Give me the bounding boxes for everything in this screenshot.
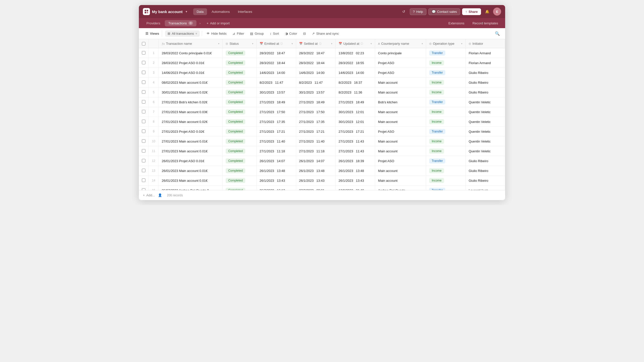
status-cell: Completed [223, 127, 257, 137]
emitted-at-cell: 8/2/2023 11:47 [256, 78, 296, 87]
table-row[interactable]: 14 26/01/2023 Main account 0.01€ Complet… [139, 176, 505, 186]
row-checkbox[interactable] [142, 149, 145, 153]
table-row[interactable]: 8 27/01/2023 Main account 0.02€ Complete… [139, 117, 505, 127]
sub-tab-providers[interactable]: Providers [143, 20, 164, 26]
counterparty-cell: Projet ASO [375, 127, 426, 137]
contact-sales-button[interactable]: 💬 Contact sales [428, 8, 460, 15]
table-header-row: ƒx Transaction name ▾ ◎ Status ▾ [139, 39, 505, 48]
row-number: 5 [149, 87, 159, 97]
row-checkbox[interactable] [142, 188, 145, 190]
sort-icon: ↕ [270, 32, 272, 35]
row-checkbox[interactable] [142, 61, 145, 64]
table-row[interactable]: 12 26/01/2023 Projet ASO 0.01€ Completed… [139, 156, 505, 166]
row-checkbox[interactable] [142, 129, 145, 133]
table-row[interactable]: 11 27/01/2023 Main account 0.01€ Complet… [139, 146, 505, 156]
app-logo[interactable]: My bank account ▾ [143, 8, 187, 15]
row-number: 15 [149, 186, 159, 190]
header-emitted-at[interactable]: 📅 Emitted at ⓘ ▾ [256, 39, 296, 48]
sort-icon: ▾ [422, 42, 423, 45]
cal-icon: 📅 [260, 42, 263, 45]
table-row[interactable]: 6 27/01/2023 Bob's kitchen 0.02€ Complet… [139, 97, 505, 107]
emitted-at-cell: 26/7/2022 16:12 [256, 186, 296, 190]
emitted-at-cell: 27/1/2023 17:35 [256, 117, 296, 127]
row-checkbox[interactable] [142, 169, 145, 172]
header-transaction-name[interactable]: ƒx Transaction name ▾ [159, 39, 223, 48]
views-label[interactable]: ☰ Views [143, 30, 162, 37]
nav-tab-automations[interactable]: Automations [208, 8, 233, 15]
table-row[interactable]: 4 08/02/2023 Main account 0.01€ Complete… [139, 78, 505, 87]
add-or-import-button[interactable]: + Add or import [204, 20, 233, 26]
initiator-cell: Florian Armand [465, 58, 505, 68]
nav-tab-data[interactable]: Data [193, 8, 207, 15]
header-operation-type[interactable]: ◎ Operation type ▾ [426, 39, 465, 48]
counterparty-cell: Main account [375, 107, 426, 117]
table-row[interactable]: 13 26/01/2023 Main account 0.01€ Complet… [139, 166, 505, 176]
sort-button[interactable]: ↕ Sort [267, 30, 281, 37]
hide-fields-button[interactable]: 👁 Hide fields [204, 30, 229, 37]
row-checkbox[interactable] [142, 110, 145, 113]
transaction-name-cell: 28/03/2022 Projet ASO 0.01€ [159, 58, 223, 68]
row-number: 10 [149, 137, 159, 146]
header-initiator[interactable]: ◎ Initiator [465, 39, 505, 48]
share-button[interactable]: ↑ Share [462, 8, 481, 15]
row-checkbox[interactable] [142, 51, 145, 55]
row-checkbox[interactable] [142, 80, 145, 84]
row-checkbox[interactable] [142, 71, 145, 74]
record-templates-button[interactable]: Record templates [469, 20, 501, 26]
help-button[interactable]: ? Help [410, 8, 426, 15]
row-checkbox[interactable] [142, 139, 145, 143]
extensions-button[interactable]: Extensions [446, 20, 468, 26]
header-settled-at[interactable]: 📅 Settled at ⓘ ▾ [296, 39, 335, 48]
row-checkbox[interactable] [142, 120, 145, 123]
sort-icon: ▾ [292, 42, 293, 45]
svg-rect-2 [145, 12, 146, 13]
table-row[interactable]: 9 27/01/2023 Projet ASO 0.02€ Completed … [139, 127, 505, 137]
table-row[interactable]: 2 28/03/2022 Projet ASO 0.01€ Completed … [139, 58, 505, 68]
initiator-cell: Giulio Ribeiro [465, 68, 505, 78]
status-cell: Completed [223, 117, 257, 127]
filter-button[interactable]: ⊿ Filter [230, 30, 247, 37]
add-record-button[interactable]: + Add... [143, 193, 155, 197]
share-sync-button[interactable]: ↗ Share and sync [309, 30, 341, 37]
transactions-badge: 0 [188, 21, 193, 25]
header-updated-at[interactable]: 📅 Updated at ⓘ ▾ [335, 39, 375, 48]
initiator-cell: Quentin Veletic [465, 127, 505, 137]
row-checkbox[interactable] [142, 159, 145, 162]
row-checkbox[interactable] [142, 90, 145, 94]
notifications-icon[interactable]: 🔔 [483, 8, 491, 16]
optype-badge: Income [429, 168, 444, 173]
nav-tab-interfaces[interactable]: Interfaces [234, 8, 256, 15]
group-button[interactable]: ▤ Group [248, 30, 266, 37]
avatar[interactable]: E [493, 8, 501, 16]
table-row[interactable]: 5 30/01/2023 Main account 0.02€ Complete… [139, 87, 505, 97]
row-number: 9 [149, 127, 159, 137]
views-icon: ☰ [145, 32, 148, 35]
density-button[interactable]: ⊟ [301, 30, 308, 37]
row-number: 13 [149, 166, 159, 176]
header-counterparty-name[interactable]: A Counterparty name ▾ [375, 39, 426, 48]
emitted-at-cell: 14/6/2023 14:00 [256, 68, 296, 78]
table-row[interactable]: 3 14/06/2023 Projet ASO 0.01€ Completed … [139, 68, 505, 78]
table-row[interactable]: 7 27/01/2023 Main account 0.03€ Complete… [139, 107, 505, 117]
sub-nav-more-icon[interactable]: › [197, 20, 203, 26]
history-icon[interactable]: ↺ [400, 8, 408, 16]
header-status[interactable]: ◎ Status ▾ [223, 39, 257, 48]
optype-badge: Income [429, 109, 444, 114]
density-icon: ⊟ [303, 32, 306, 35]
row-checkbox[interactable] [142, 178, 145, 182]
view-options-icon: ▾ [195, 32, 197, 35]
search-icon[interactable]: 🔍 [494, 30, 501, 37]
sub-tab-transactions[interactable]: Transactions 0 [165, 20, 196, 26]
svg-rect-3 [147, 12, 148, 13]
status-badge: Completed [226, 90, 245, 95]
select-all-checkbox[interactable] [142, 42, 145, 46]
table-row[interactable]: 15 26/07/2022 Andrea Del Quarto 0.... Co… [139, 186, 505, 190]
all-transactions-view-button[interactable]: ⊞ All transactions ▾ [165, 30, 200, 37]
row-number: 2 [149, 58, 159, 68]
table-row[interactable]: 1 28/03/2022 Conto principale 0.01€ Comp… [139, 48, 505, 58]
row-checkbox[interactable] [142, 100, 145, 104]
table-row[interactable]: 10 27/01/2023 Main account 0.01€ Complet… [139, 137, 505, 146]
sub-nav: Providers Transactions 0 › + Add or impo… [139, 18, 505, 28]
settled-at-cell: 27/1/2023 17:35 [296, 117, 335, 127]
color-button[interactable]: ◑ Color [283, 30, 300, 37]
